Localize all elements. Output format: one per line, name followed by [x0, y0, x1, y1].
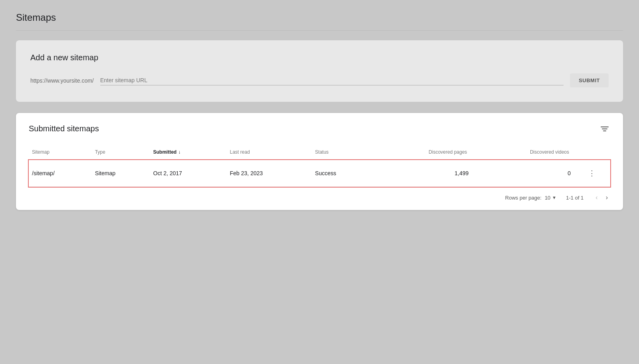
col-actions — [574, 146, 610, 160]
col-discovered-pages: Discovered pages — [371, 146, 472, 160]
submit-button[interactable]: SUBMIT — [570, 73, 609, 87]
pagination-info: 1-1 of 1 — [566, 195, 583, 201]
sitemap-input-row: https://www.yoursite.com/ SUBMIT — [30, 73, 609, 87]
sort-arrow-icon: ↓ — [178, 149, 181, 155]
header-divider — [16, 30, 623, 31]
cell-discovered-videos: 0 — [472, 160, 574, 187]
col-status: Status — [312, 146, 371, 160]
table-footer: Rows per page: 10 ▼ 1-1 of 1 ‹ › — [29, 187, 610, 202]
sitemap-url-prefix: https://www.yoursite.com/ — [30, 77, 94, 84]
col-type: Type — [92, 146, 150, 160]
pagination-buttons: ‹ › — [593, 193, 610, 202]
add-sitemap-title: Add a new sitemap — [30, 53, 609, 62]
col-sitemap: Sitemap — [29, 146, 92, 160]
table-row: /sitemap/ Sitemap Oct 2, 2017 Feb 23, 20… — [29, 160, 610, 187]
cell-sitemap: /sitemap/ — [29, 160, 92, 187]
col-last-read: Last read — [227, 146, 312, 160]
rows-per-page-select[interactable]: 10 ▼ — [545, 195, 556, 201]
page-title: Sitemaps — [16, 12, 623, 23]
sitemaps-table: Sitemap Type Submitted ↓ Last read Statu… — [29, 146, 610, 187]
filter-icon[interactable] — [599, 125, 610, 133]
col-submitted[interactable]: Submitted ↓ — [150, 146, 227, 160]
submitted-sitemaps-card: Submitted sitemaps Sitemap Type Submitte… — [16, 113, 623, 210]
cell-status: Success — [312, 160, 371, 187]
col-discovered-videos: Discovered videos — [472, 146, 574, 160]
rows-per-page-label: Rows per page: — [505, 195, 542, 201]
dropdown-arrow-icon: ▼ — [552, 195, 556, 200]
next-page-button[interactable]: › — [603, 193, 610, 202]
prev-page-button[interactable]: ‹ — [593, 193, 600, 202]
card-header: Submitted sitemaps — [29, 124, 610, 133]
rows-per-page-control: Rows per page: 10 ▼ — [505, 195, 556, 201]
cell-more-actions[interactable]: ⋮ — [574, 160, 610, 187]
sitemap-url-input[interactable] — [100, 75, 564, 85]
cell-discovered-pages: 1,499 — [371, 160, 472, 187]
add-sitemap-card: Add a new sitemap https://www.yoursite.c… — [16, 40, 623, 102]
filter-line-2 — [602, 129, 607, 129]
rows-per-page-value: 10 — [545, 195, 550, 201]
table-header: Sitemap Type Submitted ↓ Last read Statu… — [29, 146, 610, 160]
table-body: /sitemap/ Sitemap Oct 2, 2017 Feb 23, 20… — [29, 160, 610, 187]
cell-submitted: Oct 2, 2017 — [150, 160, 227, 187]
submitted-sitemaps-title: Submitted sitemaps — [29, 124, 99, 133]
more-options-icon[interactable]: ⋮ — [577, 167, 607, 179]
cell-type: Sitemap — [92, 160, 150, 187]
cell-last-read: Feb 23, 2023 — [227, 160, 312, 187]
filter-line-1 — [601, 127, 609, 127]
filter-line-3 — [603, 131, 606, 131]
